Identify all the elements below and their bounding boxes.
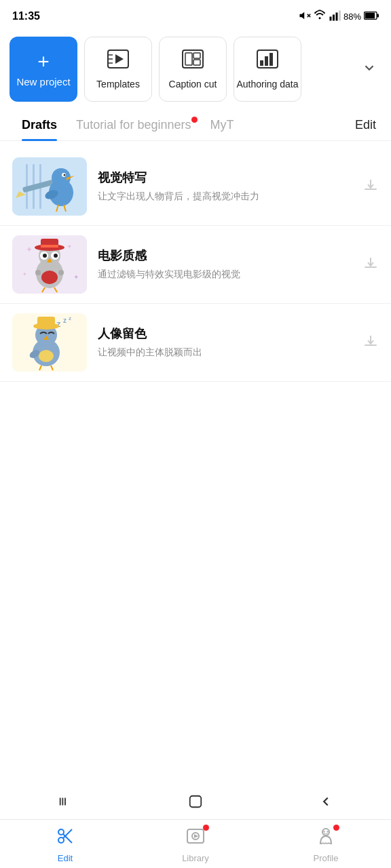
download-icon-3[interactable]	[362, 332, 379, 353]
svg-text:✦: ✦	[67, 243, 72, 250]
template-title-2: 电影质感	[98, 248, 352, 264]
svg-point-77	[58, 829, 64, 835]
svg-point-3	[318, 17, 320, 19]
template-desc-1: 让文字出现人物背后，提高视觉冲击力	[98, 190, 352, 203]
svg-rect-24	[12, 157, 87, 216]
dropdown-button[interactable]	[357, 57, 381, 81]
svg-point-78	[58, 837, 64, 843]
chevron-down-icon	[362, 60, 377, 79]
template-desc-3: 让视频中的主体脱颖而出	[98, 346, 352, 359]
svg-text:z: z	[63, 317, 67, 324]
svg-rect-61	[365, 267, 377, 268]
svg-text:z: z	[69, 315, 71, 321]
signal-icon	[329, 9, 341, 24]
svg-point-58	[35, 270, 41, 275]
nav-item-profile[interactable]: Profile	[299, 827, 353, 863]
status-icons: 88%	[299, 9, 379, 24]
svg-point-57	[41, 271, 58, 284]
template-title-1: 视觉特写	[98, 170, 352, 186]
tab-edit-button[interactable]: Edit	[346, 113, 379, 140]
profile-label: Profile	[314, 853, 339, 863]
svg-rect-21	[260, 60, 263, 66]
svg-point-86	[327, 831, 328, 832]
edit-icon	[56, 827, 75, 850]
authoring-data-label: Authoring data	[236, 79, 298, 90]
svg-text:✦: ✦	[22, 271, 27, 277]
svg-rect-6	[335, 12, 337, 20]
download-icon-1[interactable]	[362, 176, 379, 197]
template-list: 视觉特写 让文字出现人物背后，提高视觉冲击力 ✦ ✦ ✦ ✦	[0, 141, 391, 389]
tab-myt[interactable]: MyT	[200, 113, 243, 140]
caption-cut-icon	[182, 50, 204, 73]
tabs-row: Drafts Tutorial for beginners MyT Edit	[0, 108, 391, 141]
authoring-data-icon	[257, 50, 278, 73]
template-item-portrait[interactable]: z z z	[0, 304, 391, 382]
nav-item-edit[interactable]: Edit	[38, 827, 92, 863]
svg-point-71	[39, 350, 54, 362]
back-button[interactable]	[318, 794, 333, 812]
new-project-button[interactable]: + New project	[10, 37, 77, 102]
template-info-1: 视觉特写 让文字出现人物背后，提高视觉冲击力	[98, 170, 352, 203]
svg-rect-23	[269, 53, 273, 66]
mute-icon	[299, 9, 311, 24]
template-title-3: 人像留色	[98, 326, 352, 342]
template-item-cinematic[interactable]: ✦ ✦ ✦ ✦	[0, 226, 391, 304]
tutorial-badge	[191, 117, 198, 123]
template-thumb-3: z z z	[12, 313, 87, 372]
system-nav-bar	[0, 789, 391, 819]
tab-drafts[interactable]: Drafts	[12, 113, 67, 140]
svg-rect-19	[193, 60, 200, 65]
svg-marker-0	[299, 12, 304, 19]
svg-rect-9	[365, 12, 375, 18]
home-button[interactable]	[188, 794, 203, 812]
toolbar-item-templates[interactable]: Templates	[84, 37, 152, 102]
template-thumb-1	[12, 157, 87, 216]
svg-rect-76	[365, 344, 377, 346]
template-info-3: 人像留色 让视频中的主体脱颖而出	[98, 326, 352, 359]
svg-rect-49	[41, 245, 58, 248]
wifi-icon	[314, 9, 326, 24]
templates-icon	[107, 50, 129, 73]
svg-rect-17	[185, 53, 192, 65]
profile-badge	[333, 825, 339, 831]
toolbar-item-authoring-data[interactable]: Authoring data	[234, 37, 301, 102]
svg-marker-83	[194, 834, 198, 838]
recent-apps-button[interactable]	[58, 794, 73, 812]
svg-point-52	[43, 254, 47, 258]
svg-marker-12	[115, 54, 124, 64]
svg-line-80	[63, 829, 72, 838]
toolbar-item-caption-cut[interactable]: Caption cut	[159, 37, 227, 102]
svg-rect-7	[339, 10, 341, 20]
bottom-nav: Edit Library Prof	[0, 819, 391, 868]
svg-rect-69	[37, 317, 55, 327]
svg-rect-90	[190, 795, 202, 807]
plus-icon: +	[37, 52, 50, 72]
battery-symbol	[364, 12, 379, 22]
library-label: Library	[182, 853, 209, 863]
svg-point-53	[54, 254, 58, 258]
new-project-label: New project	[16, 76, 70, 87]
download-icon-2[interactable]	[362, 254, 379, 275]
svg-rect-39	[365, 189, 377, 190]
svg-point-85	[323, 831, 324, 832]
svg-point-34	[64, 174, 66, 176]
template-info-2: 电影质感 通过滤镜与特效实现电影级的视觉	[98, 248, 352, 281]
status-bar: 11:35 88%	[0, 0, 391, 30]
templates-label: Templates	[96, 79, 140, 90]
svg-text:✦: ✦	[73, 273, 79, 281]
template-item-visual-feature[interactable]: 视觉特写 让文字出现人物背后，提高视觉冲击力	[0, 148, 391, 226]
edit-label: Edit	[58, 853, 73, 863]
svg-rect-10	[377, 14, 379, 17]
battery-icon: 88%	[343, 12, 361, 22]
svg-rect-5	[333, 14, 335, 20]
svg-point-59	[58, 270, 64, 275]
svg-rect-4	[329, 16, 331, 20]
profile-icon	[316, 827, 335, 850]
library-icon	[186, 827, 205, 850]
svg-line-79	[63, 834, 72, 843]
nav-item-library[interactable]: Library	[168, 827, 223, 863]
svg-text:✦: ✦	[26, 245, 33, 254]
template-thumb-2: ✦ ✦ ✦ ✦	[12, 235, 87, 294]
tab-tutorial[interactable]: Tutorial for beginners	[67, 113, 200, 140]
caption-cut-label: Caption cut	[169, 79, 217, 90]
